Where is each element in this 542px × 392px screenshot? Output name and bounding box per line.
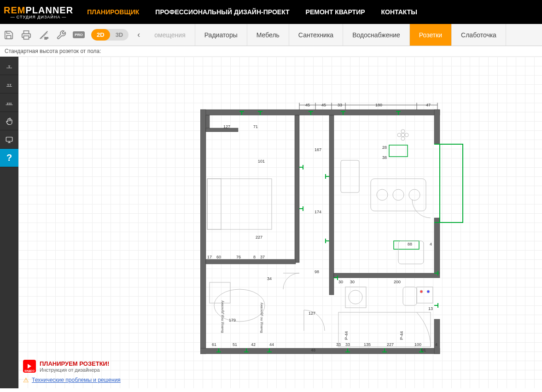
view-2d[interactable]: 2D (91, 29, 110, 41)
svg-point-37 (420, 290, 423, 293)
svg-text:m²: m² (45, 36, 48, 40)
svg-text:91: 91 (421, 348, 426, 352)
side-tools: ? (0, 57, 18, 388)
tab-water[interactable]: Водоснабжение (343, 24, 410, 46)
svg-rect-20 (371, 179, 426, 211)
svg-text:4: 4 (430, 242, 432, 246)
tip-title: ПЛАНИРУЕМ РОЗЕТКИ! (40, 360, 109, 367)
svg-text:30: 30 (350, 280, 355, 284)
measure-icon[interactable]: m² (35, 26, 52, 44)
svg-rect-2 (6, 137, 12, 141)
svg-rect-11 (206, 259, 296, 264)
svg-point-29 (401, 137, 405, 140)
svg-text:60: 60 (216, 255, 221, 259)
svg-text:127: 127 (309, 311, 315, 316)
svg-text:48: 48 (311, 348, 315, 352)
svg-text:44: 44 (269, 342, 274, 347)
view-3d[interactable]: 3D (110, 29, 129, 41)
tab-radiators[interactable]: Радиаторы (195, 24, 247, 46)
svg-rect-4 (200, 110, 206, 354)
nav-renovation[interactable]: РЕМОНТ КВАРТИР (306, 8, 365, 16)
tab-sockets[interactable]: Розетки (410, 24, 452, 46)
svg-text:8: 8 (253, 255, 256, 259)
screen-icon[interactable] (0, 130, 18, 149)
top-nav: REMPLANNER СТУДИЯ ДИЗАЙНА ПЛАНИРОВЩИК ПР… (0, 0, 542, 24)
warning-icon: ⚠ (23, 376, 29, 384)
svg-rect-3 (200, 110, 440, 115)
svg-rect-14 (206, 128, 238, 132)
svg-point-38 (427, 290, 430, 293)
tab-lowvoltage[interactable]: Слаботочка (452, 24, 506, 46)
svg-text:Вывод под духовку: Вывод под духовку (220, 300, 224, 333)
svg-rect-17 (394, 241, 419, 249)
tab-furniture[interactable]: Мебель (247, 24, 289, 46)
svg-rect-32 (210, 282, 230, 303)
nav-contacts[interactable]: КОНТАКТЫ (381, 8, 417, 16)
svg-point-30 (401, 129, 405, 133)
svg-text:179: 179 (229, 318, 236, 322)
logo-subtitle: СТУДИЯ ДИЗАЙНА (4, 15, 73, 19)
logo[interactable]: REMPLANNER СТУДИЯ ДИЗАЙНА (4, 5, 73, 19)
svg-text:37: 37 (260, 255, 265, 259)
pro-button[interactable]: PRO (70, 26, 87, 44)
svg-rect-6 (434, 110, 440, 144)
svg-text:17: 17 (207, 255, 212, 259)
svg-rect-8 (434, 319, 440, 354)
svg-rect-12 (334, 273, 440, 278)
svg-text:135: 135 (364, 342, 371, 347)
svg-text:28: 28 (382, 145, 387, 150)
scroll-left-icon[interactable]: ‹ (132, 29, 145, 41)
floor-plan[interactable]: 45 45 33 180 47 127 71 167 28 38 101 (200, 103, 467, 361)
svg-rect-19 (207, 179, 221, 229)
svg-rect-10 (329, 115, 334, 295)
svg-rect-7 (434, 218, 440, 273)
hand-icon[interactable] (0, 112, 18, 130)
nav-planner[interactable]: ПЛАНИРОВЩИК (87, 8, 139, 16)
svg-rect-0 (24, 35, 29, 39)
svg-text:174: 174 (315, 210, 321, 214)
svg-rect-15 (440, 144, 463, 222)
status-bar: Стандартная высота розеток от пола: (0, 46, 542, 57)
main-area: ? (0, 57, 542, 388)
print-icon[interactable] (17, 26, 35, 44)
svg-point-22 (393, 189, 404, 200)
svg-rect-9 (295, 115, 299, 263)
tab-plumbing[interactable]: Сантехника (289, 24, 343, 46)
socket-double-icon[interactable] (0, 75, 18, 94)
svg-text:38: 38 (382, 155, 387, 160)
svg-rect-35 (403, 287, 417, 305)
socket-triple-icon[interactable] (0, 94, 18, 112)
tab-rooms[interactable]: омещения (145, 24, 195, 46)
bottom-panel: ВИДЕО ПЛАНИРУЕМ РОЗЕТКИ! Инструкция от д… (23, 360, 121, 384)
tech-link-text[interactable]: Технические проблемы и решения (32, 377, 121, 383)
svg-point-21 (377, 189, 388, 200)
nav-design[interactable]: ПРОФЕССИОНАЛЬНЫЙ ДИЗАЙН-ПРОЕКТ (155, 8, 289, 16)
svg-text:71: 71 (253, 124, 258, 129)
svg-text:76: 76 (236, 255, 241, 259)
svg-text:127: 127 (223, 124, 230, 129)
canvas[interactable]: 45 45 33 180 47 127 71 167 28 38 101 (18, 57, 542, 388)
svg-text:101: 101 (258, 159, 265, 164)
tech-issues-link[interactable]: ⚠ Технические проблемы и решения (23, 376, 121, 384)
socket-single-icon[interactable] (0, 57, 18, 75)
svg-text:Вывод по духовку: Вывод по духовку (259, 303, 263, 333)
tip-subtitle: Инструкция от дизайнера (40, 367, 109, 373)
svg-text:33: 33 (345, 342, 350, 347)
svg-text:88: 88 (408, 242, 412, 246)
video-icon: ВИДЕО (23, 360, 36, 373)
svg-rect-36 (417, 287, 433, 303)
toolbar: m² PRO 2D 3D ‹ омещения Радиаторы Мебель… (0, 24, 542, 46)
svg-text:227: 227 (387, 342, 394, 347)
save-icon[interactable] (0, 26, 17, 44)
video-tip[interactable]: ВИДЕО ПЛАНИРУЕМ РОЗЕТКИ! Инструкция от д… (23, 360, 121, 373)
svg-text:P-44: P-44 (344, 331, 349, 340)
logo-planner: PLANNER (25, 5, 73, 15)
svg-text:100: 100 (414, 342, 421, 347)
svg-text:34: 34 (267, 276, 272, 281)
view-toggle: 2D 3D (91, 29, 128, 41)
svg-rect-25 (341, 160, 359, 193)
svg-text:200: 200 (394, 280, 401, 284)
help-button[interactable]: ? (0, 149, 18, 167)
svg-point-26 (401, 133, 405, 137)
tools-icon[interactable] (52, 26, 70, 44)
